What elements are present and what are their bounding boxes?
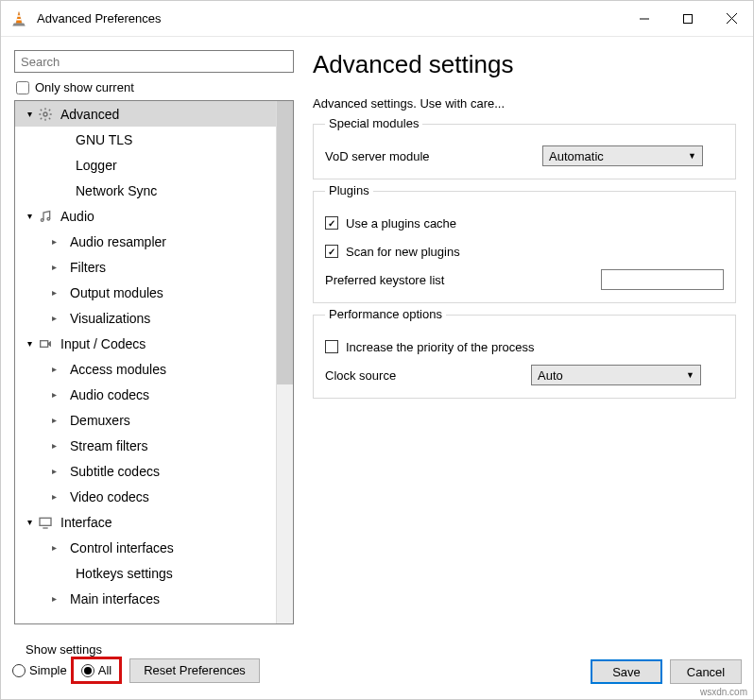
only-show-current-box[interactable] <box>16 81 29 94</box>
close-button[interactable] <box>710 4 753 34</box>
chevron-right-icon: ▸ <box>47 236 60 247</box>
tree-item-access-modules[interactable]: ▸Access modules <box>15 356 276 382</box>
fieldset-performance: Performance options Increase the priorit… <box>313 315 736 399</box>
legend-special-modules: Special modules <box>325 116 422 130</box>
chevron-right-icon: ▸ <box>47 466 60 476</box>
maximize-button[interactable] <box>666 4 710 34</box>
audio-icon <box>36 209 55 224</box>
radio-all[interactable]: All <box>81 663 111 677</box>
tree-item-advanced[interactable]: ▾ Advanced <box>15 101 276 127</box>
chevron-right-icon: ▸ <box>47 542 60 553</box>
svg-point-6 <box>43 112 47 116</box>
tree-item-demuxers[interactable]: ▸Demuxers <box>15 407 276 433</box>
tree-item-filters[interactable]: ▸Filters <box>15 254 276 280</box>
tree-scrollbar[interactable] <box>276 101 293 623</box>
search-input[interactable] <box>14 50 294 73</box>
titlebar: Advanced Preferences <box>1 1 753 37</box>
page-description: Advanced settings. Use with care... <box>313 96 736 111</box>
svg-rect-3 <box>684 14 693 23</box>
use-plugins-cache-checkbox[interactable]: ✓ <box>325 216 338 230</box>
svg-rect-10 <box>40 518 51 525</box>
radio-icon <box>12 664 26 677</box>
scan-new-plugins-label: Scan for new plugins <box>346 245 460 259</box>
clock-source-label: Clock source <box>325 368 531 383</box>
chevron-down-icon: ▼ <box>686 370 694 380</box>
save-button[interactable]: Save <box>591 659 662 684</box>
tree-item-audio[interactable]: ▾ Audio <box>15 203 276 229</box>
chevron-down-icon: ▾ <box>23 517 36 527</box>
tree-label: Advanced <box>60 107 119 122</box>
tree-item-network-sync[interactable]: Network Sync <box>15 178 276 203</box>
chevron-down-icon: ▾ <box>23 211 36 221</box>
chevron-right-icon: ▸ <box>47 593 60 604</box>
reset-preferences-button[interactable]: Reset Preferences <box>129 658 260 683</box>
svg-rect-1 <box>16 19 21 21</box>
chevron-down-icon: ▾ <box>23 338 36 349</box>
tree-item-audio-codecs[interactable]: ▸Audio codecs <box>15 382 276 407</box>
legend-plugins: Plugins <box>325 183 373 197</box>
tree-item-stream-filters[interactable]: ▸Stream filters <box>15 433 276 458</box>
tree-item-interface[interactable]: ▾ Interface <box>15 509 276 535</box>
svg-point-8 <box>47 217 50 220</box>
chevron-right-icon: ▸ <box>47 389 60 400</box>
svg-rect-9 <box>41 340 48 347</box>
vod-server-label: VoD server module <box>325 149 542 163</box>
chevron-right-icon: ▸ <box>47 491 60 502</box>
keystore-input[interactable] <box>601 269 724 290</box>
radio-icon <box>81 664 94 677</box>
increase-priority-label: Increase the priority of the process <box>346 340 534 354</box>
scrollbar-thumb[interactable] <box>277 101 293 384</box>
use-plugins-cache-label: Use a plugins cache <box>346 216 456 230</box>
scan-new-plugins-checkbox[interactable]: ✓ <box>325 245 338 258</box>
chevron-right-icon: ▸ <box>47 440 60 451</box>
tree-item-gnu-tls[interactable]: GNU TLS <box>15 127 276 152</box>
tree-item-control-interfaces[interactable]: ▸Control interfaces <box>15 535 276 560</box>
codec-icon <box>36 336 55 351</box>
chevron-right-icon: ▸ <box>47 262 60 272</box>
tree-item-hotkeys-settings[interactable]: Hotkeys settings <box>15 560 276 586</box>
chevron-right-icon: ▸ <box>47 364 60 374</box>
tree-item-output-modules[interactable]: ▸Output modules <box>15 280 276 305</box>
cancel-button[interactable]: Cancel <box>670 659 742 684</box>
highlight-all-radio: All <box>71 657 122 684</box>
chevron-right-icon: ▸ <box>47 287 60 298</box>
tree-item-visualizations[interactable]: ▸Visualizations <box>15 305 276 331</box>
tree-item-input-codecs[interactable]: ▾ Input / Codecs <box>15 331 276 356</box>
only-show-current-label: Only show current <box>35 80 134 94</box>
fieldset-special-modules: Special modules VoD server module Automa… <box>313 124 736 179</box>
watermark: wsxdn.com <box>700 687 747 697</box>
window-controls <box>623 4 753 34</box>
window-title: Advanced Preferences <box>37 11 623 26</box>
tree-item-main-interfaces[interactable]: ▸Main interfaces <box>15 586 276 611</box>
page-title: Advanced settings <box>313 50 736 79</box>
radio-simple[interactable]: Simple <box>12 663 67 677</box>
svg-point-7 <box>41 218 43 221</box>
chevron-right-icon: ▸ <box>47 313 60 323</box>
increase-priority-checkbox[interactable] <box>325 340 338 353</box>
interface-icon <box>36 515 55 530</box>
chevron-down-icon: ▼ <box>688 151 696 161</box>
gear-icon <box>36 107 55 122</box>
svg-rect-0 <box>17 15 21 17</box>
vod-server-select[interactable]: Automatic ▼ <box>542 145 703 166</box>
only-show-current-checkbox[interactable]: Only show current <box>16 80 294 94</box>
tree-item-subtitle-codecs[interactable]: ▸Subtitle codecs <box>15 458 276 484</box>
minimize-button[interactable] <box>623 4 666 34</box>
clock-source-select[interactable]: Auto ▼ <box>531 365 701 385</box>
chevron-right-icon: ▸ <box>47 415 60 425</box>
fieldset-plugins: Plugins ✓ Use a plugins cache ✓ Scan for… <box>313 191 736 303</box>
show-settings-label: Show settings <box>26 642 102 657</box>
keystore-label: Preferred keystore list <box>325 273 542 287</box>
tree-item-video-codecs[interactable]: ▸Video codecs <box>15 484 276 509</box>
chevron-down-icon: ▾ <box>23 109 36 119</box>
legend-performance: Performance options <box>325 307 446 321</box>
tree-item-logger[interactable]: Logger <box>15 152 276 178</box>
vlc-icon <box>10 10 27 27</box>
tree-item-audio-resampler[interactable]: ▸Audio resampler <box>15 229 276 254</box>
settings-tree[interactable]: ▾ Advanced GNU TLS Logger Network Sync ▾… <box>15 101 276 623</box>
